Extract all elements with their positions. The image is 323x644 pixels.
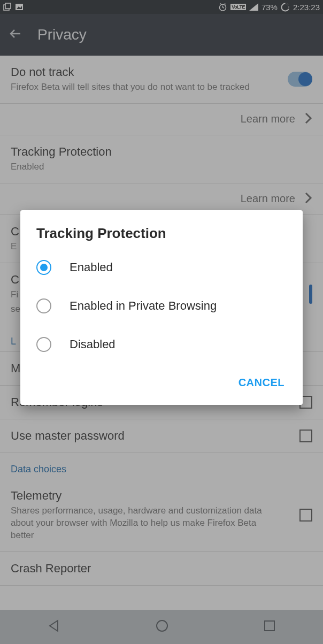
dialog-title: Tracking Protection: [20, 225, 303, 248]
radio-icon[interactable]: [36, 337, 51, 352]
radio-label: Enabled in Private Browsing: [70, 299, 217, 313]
radio-icon[interactable]: [36, 260, 51, 275]
radio-label: Disabled: [70, 338, 116, 351]
radio-option-disabled[interactable]: Disabled: [20, 325, 303, 364]
radio-option-private[interactable]: Enabled in Private Browsing: [20, 287, 303, 325]
tracking-protection-dialog: Tracking Protection Enabled Enabled in P…: [20, 210, 303, 405]
cancel-button[interactable]: CANCEL: [232, 371, 291, 394]
radio-label: Enabled: [70, 260, 113, 274]
radio-option-enabled[interactable]: Enabled: [20, 248, 303, 287]
radio-icon[interactable]: [36, 298, 51, 313]
